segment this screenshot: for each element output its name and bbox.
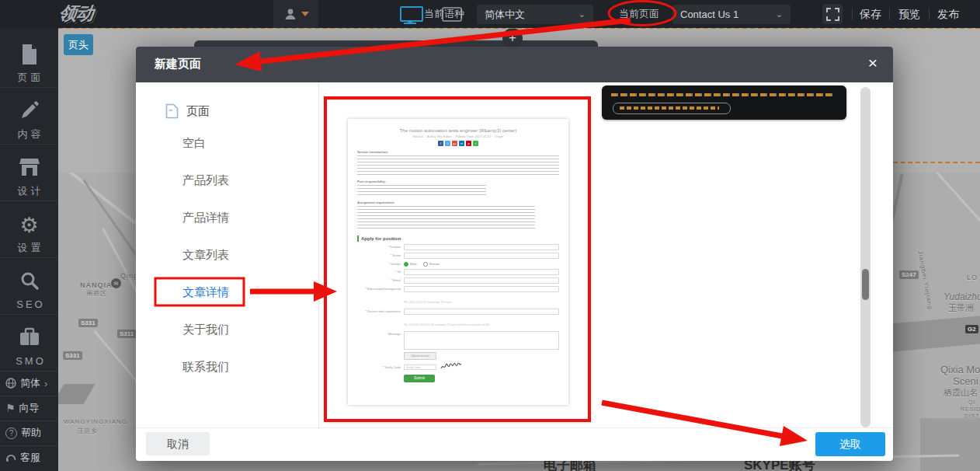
sidebar-tool-support[interactable]: 客服 bbox=[0, 445, 58, 469]
template-preview-fragment[interactable] bbox=[602, 85, 846, 120]
sidebar-tool-help[interactable]: ? 帮助 bbox=[0, 420, 58, 445]
preview-article-title: The motion automation tests engineer (R&… bbox=[357, 128, 559, 133]
template-item-blank[interactable]: 空白 bbox=[182, 136, 206, 151]
sidebar-tool-label: 简体 bbox=[20, 376, 40, 390]
save-button[interactable]: 保存 bbox=[860, 0, 881, 28]
sidebar-item-smo[interactable]: SMO bbox=[0, 319, 58, 371]
radio-icon bbox=[423, 262, 428, 267]
language-select[interactable]: 简体中文 ⌄ bbox=[477, 5, 593, 24]
template-preview-document: The motion automation tests engineer (R&… bbox=[348, 119, 568, 405]
user-avatar-icon bbox=[283, 7, 297, 21]
modal-scrollbar-thumb[interactable] bbox=[862, 269, 869, 300]
preview-form-label: Message bbox=[357, 331, 404, 337]
template-item-about-us[interactable]: 关于我们 bbox=[182, 323, 229, 337]
page-header-badge[interactable]: 页头 bbox=[64, 34, 93, 55]
document-icon bbox=[165, 103, 179, 119]
map-road-badge: S311 bbox=[117, 330, 136, 338]
pinterest-icon: p bbox=[466, 141, 471, 146]
twitter-icon: t bbox=[445, 141, 450, 146]
gear-icon: ⚙ bbox=[0, 214, 58, 237]
preview-outlined-notice bbox=[613, 103, 731, 114]
sidebar-tool-label: 向导 bbox=[19, 401, 40, 415]
divider bbox=[852, 9, 853, 20]
sidebar-item-label: SMO bbox=[16, 355, 46, 367]
sidebar-item-design[interactable]: 设计 bbox=[0, 149, 58, 206]
preview-form-label: * Tel bbox=[357, 269, 404, 274]
cancel-button[interactable]: 取消 bbox=[146, 432, 210, 455]
sidebar-tool-language[interactable]: 简体 › bbox=[0, 371, 58, 395]
map-label: Sceni bbox=[953, 375, 978, 387]
template-item-product-detail[interactable]: 产品详情 bbox=[182, 211, 229, 225]
preview-form-input bbox=[404, 244, 559, 250]
template-item-contact-us[interactable]: 联系我们 bbox=[182, 360, 229, 375]
flag-icon: ⚑ bbox=[5, 402, 16, 414]
preview-upload-button: Upload resume bbox=[404, 352, 436, 360]
preview-form-label: * Position bbox=[357, 244, 404, 249]
chevron-down-icon bbox=[301, 12, 309, 16]
map-label: 栖霞山名 bbox=[944, 387, 978, 399]
preview-radio-male: Male bbox=[404, 261, 417, 267]
chevron-down-icon: ⌄ bbox=[579, 9, 586, 19]
map-label: QI bbox=[968, 399, 975, 405]
user-menu[interactable] bbox=[273, 0, 318, 28]
category-header-pages: 页面 bbox=[165, 103, 210, 119]
brand-logo: 领动 bbox=[57, 2, 95, 26]
briefcase-icon bbox=[0, 327, 58, 351]
preview-apply-heading: Apply for position bbox=[357, 236, 559, 242]
preview-paragraph bbox=[357, 155, 559, 176]
green-accent-bar bbox=[357, 236, 359, 242]
sidebar-item-seo[interactable]: SEO bbox=[0, 263, 58, 319]
sidebar-tool-wizard[interactable]: ⚑ 向导 bbox=[0, 396, 58, 420]
section-outline-icon[interactable] bbox=[822, 4, 843, 24]
map-label: Qixia Mo bbox=[940, 364, 980, 375]
sidebar-item-settings[interactable]: ⚙ 设置 bbox=[0, 206, 58, 263]
editable-region-dashed-border bbox=[893, 162, 980, 163]
divider bbox=[929, 9, 930, 20]
divider bbox=[889, 9, 890, 20]
close-icon[interactable]: × bbox=[868, 54, 877, 72]
preview-orange-text-line bbox=[611, 93, 833, 96]
template-item-article-list[interactable]: 文章列表 bbox=[182, 248, 229, 263]
template-item-article-detail[interactable]: 文章详情 bbox=[182, 285, 229, 300]
preview-form-input bbox=[404, 253, 559, 259]
modal-title: 新建页面 bbox=[155, 57, 201, 72]
globe-icon bbox=[5, 378, 16, 389]
facebook-icon: f bbox=[438, 141, 443, 146]
sidebar-item-content[interactable]: 内容 bbox=[0, 92, 58, 149]
chevron-down-icon: ⌄ bbox=[776, 9, 783, 19]
current-page-select[interactable]: Contact Us 1 ⌄ bbox=[672, 5, 791, 24]
map-label: 南桥区 bbox=[86, 289, 107, 298]
category-header-label: 页面 bbox=[186, 104, 210, 119]
template-item-product-list[interactable]: 产品列表 bbox=[182, 173, 229, 188]
sidebar-item-pages[interactable]: 页面 bbox=[0, 36, 58, 92]
preview-button[interactable]: 预览 bbox=[898, 0, 920, 28]
sidebar-item-label: 页面 bbox=[18, 72, 44, 83]
sidebar-tool-label: 帮助 bbox=[21, 426, 41, 440]
page-icon bbox=[0, 44, 58, 67]
preview-article-meta: Views:0 Author:Site Editor Publish Time:… bbox=[357, 134, 559, 138]
preview-form-input bbox=[404, 277, 559, 284]
map-road-badge: S331 bbox=[78, 319, 98, 327]
preview-form-input bbox=[404, 309, 559, 315]
preview-paragraph bbox=[357, 185, 486, 197]
preview-share-icons: f t g+ in p < bbox=[357, 141, 559, 146]
map-terrain-patch bbox=[58, 384, 96, 404]
select-button[interactable]: 选取 bbox=[815, 432, 885, 456]
help-icon: ? bbox=[5, 427, 17, 439]
template-preview-article-detail[interactable]: The motion automation tests engineer (R&… bbox=[326, 99, 590, 421]
preview-form-hint: Pls: 2014.01-2016.01 XX company XX post … bbox=[404, 323, 489, 326]
top-toolbar: 领动 当前语种 简体中文 ⌄ 当前页面 Contact Us 1 ⌄ 保存 预览 bbox=[0, 0, 980, 28]
preview-form-hint: Pls: 2010-2014 XX University, XX major bbox=[404, 301, 452, 304]
map-label: DIST bbox=[964, 413, 980, 419]
language-label: 当前语种 bbox=[424, 0, 464, 28]
add-section-button[interactable]: + bbox=[502, 28, 523, 48]
map-road-badge: S247 bbox=[899, 270, 919, 279]
preview-paragraph bbox=[357, 206, 535, 230]
map-road bbox=[914, 173, 980, 247]
storefront-icon bbox=[0, 157, 58, 180]
desktop-view-icon[interactable] bbox=[400, 6, 423, 22]
preview-form-label: * Verify Code bbox=[357, 365, 404, 370]
modal-scrollbar-track[interactable] bbox=[860, 87, 871, 427]
publish-button[interactable]: 发布 bbox=[937, 0, 959, 28]
map-marker-icon: ✉ bbox=[111, 278, 121, 288]
